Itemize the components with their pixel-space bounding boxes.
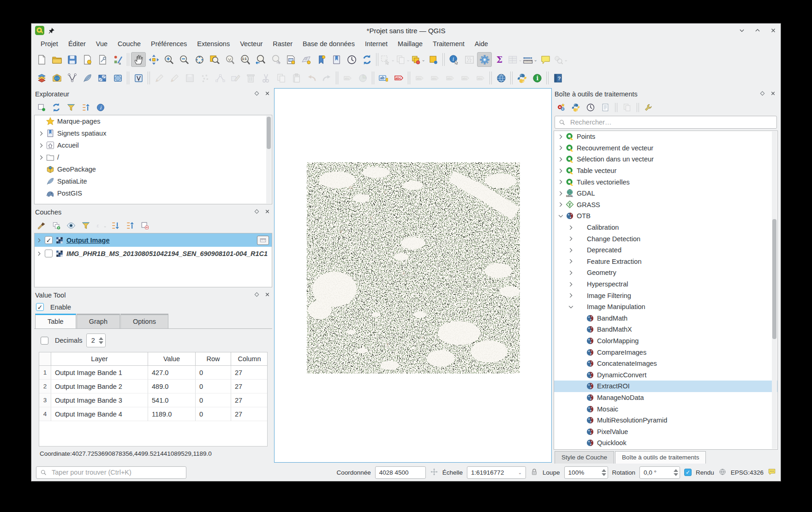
toolbar-button-map-tips[interactable] <box>538 52 553 67</box>
toolbox-item-table-vecteur[interactable]: Table vecteur <box>554 165 777 177</box>
maximize-button[interactable] <box>754 27 761 34</box>
toolbox-item-extractroi[interactable]: ExtractROI <box>554 381 777 392</box>
explorer-item-signets-spatiaux[interactable]: Signets spatiaux <box>35 127 272 139</box>
toolbar-button-add-raster-layer[interactable] <box>95 71 110 85</box>
toolbox-item-otb[interactable]: OTB <box>554 210 777 222</box>
toolbox-tool-models[interactable] <box>555 101 567 114</box>
toolbar-button-current-edits[interactable] <box>152 71 167 85</box>
table-row[interactable]: 2 Output Image Bande 2 489.0 0 27 <box>39 380 267 393</box>
toolbar-button-zoom-out[interactable] <box>177 52 191 67</box>
close-button[interactable] <box>770 27 777 34</box>
layers-tool-filter-by-expression[interactable]: ⌄ <box>94 219 107 232</box>
messages-icon[interactable] <box>768 468 776 477</box>
menu-aide[interactable]: Aide <box>470 39 493 49</box>
toolbox-search[interactable] <box>555 116 777 129</box>
toolbar-button-layer-diagram-options[interactable] <box>355 71 370 85</box>
toolbar-button-highlight-pinned-labels[interactable] <box>427 71 442 85</box>
menu-couche[interactable]: Couche <box>113 39 145 49</box>
toolbox-tool-options[interactable] <box>642 101 655 114</box>
minimize-button[interactable] <box>738 27 746 34</box>
extents-icon[interactable] <box>430 468 438 477</box>
toolbar-button-zoom-full[interactable] <box>192 52 207 67</box>
toolbar-button-metasearch[interactable] <box>494 71 508 85</box>
layers-tool-collapse-all[interactable] <box>124 219 137 232</box>
toolbar-button-zoom-last[interactable] <box>253 52 268 67</box>
toolbar-button-undo[interactable] <box>304 71 319 85</box>
toolbar-button-show-statistics[interactable] <box>492 52 507 67</box>
render-checkbox[interactable]: ✓ <box>684 469 692 476</box>
toolbar-button-labeling[interactable] <box>376 71 391 85</box>
toolbox-item-bandmath[interactable]: BandMath <box>554 313 777 324</box>
dock-tab-boite-a-outils[interactable]: Boîte à outils de traitements <box>615 451 706 464</box>
toolbar-button-cut-features[interactable] <box>258 71 273 85</box>
toolbar-button-label-toolbar[interactable] <box>391 71 406 85</box>
float-panel-button[interactable] <box>254 208 260 216</box>
toolbar-button-refresh-map[interactable] <box>359 52 374 67</box>
col-header-row[interactable]: Row <box>196 352 231 365</box>
layers-tool-open-layer-styling[interactable] <box>35 219 48 232</box>
toolbox-item-colormapping[interactable]: ColorMapping <box>554 335 777 347</box>
toolbox-item-multiresolutionpyramid[interactable]: MultiResolutionPyramid <box>554 415 777 426</box>
scale-combobox[interactable]: 1:61916772⌄ <box>467 466 526 479</box>
toolbar-button-zoom-to-layer[interactable] <box>207 52 222 67</box>
col-header-layer[interactable]: Layer <box>51 352 148 365</box>
toolbar-button-style-manager[interactable] <box>110 52 125 67</box>
toolbar-button-temporal-controller[interactable] <box>344 52 359 67</box>
toolbar-button-data-source-manager[interactable] <box>34 71 49 85</box>
toolbox-item-image-manipulation[interactable]: Image Manipulation <box>554 301 777 313</box>
float-panel-button[interactable] <box>759 90 765 98</box>
dock-tab-style-de-couche[interactable]: Style de Couche <box>555 451 614 464</box>
toolbar-button-select-features[interactable]: ⌄ <box>380 52 395 67</box>
toolbox-scrollbar[interactable] <box>772 131 777 449</box>
layers-tool-expand-all[interactable] <box>109 219 122 232</box>
table-row[interactable]: 1 Output Image Bande 1 427.0 0 27 <box>39 366 267 380</box>
menu-maillage[interactable]: Maillage <box>393 39 427 49</box>
explorer-tool-add-layer[interactable] <box>35 101 48 114</box>
explorer-tool-properties[interactable] <box>94 101 107 114</box>
lock-scale-icon[interactable] <box>530 468 538 477</box>
toolbar-button-help[interactable] <box>550 71 565 85</box>
layers-tool-manage-visibility[interactable] <box>65 219 78 232</box>
locator-search[interactable] <box>36 466 186 479</box>
toolbar-button-redo[interactable] <box>319 71 334 85</box>
enable-checkbox[interactable]: ✓ <box>36 303 44 311</box>
layer-visibility-checkbox[interactable] <box>45 250 53 257</box>
toolbox-item-gdal[interactable]: GDAL <box>554 188 777 199</box>
layer-indicator-icon[interactable] <box>257 236 269 245</box>
close-panel-button[interactable] <box>264 208 270 216</box>
explorer-tool-refresh[interactable] <box>50 101 63 114</box>
toolbox-item-quicklook[interactable]: Quicklook <box>554 437 777 449</box>
close-panel-button[interactable] <box>264 90 270 98</box>
menu-internet[interactable]: Internet <box>360 39 392 49</box>
explorer-item-marque-pages[interactable]: Marque-pages <box>35 115 272 127</box>
toolbar-button-deselect-features[interactable]: ⌄ <box>395 52 410 67</box>
toolbox-item-managenodata[interactable]: ManageNoData <box>554 392 777 404</box>
toolbar-button-save-edits[interactable] <box>182 71 197 85</box>
toolbar-button-python-console[interactable] <box>514 71 529 85</box>
toolbar-button-pin-labels[interactable] <box>412 71 427 85</box>
tab-table[interactable]: Table <box>35 314 76 328</box>
layers-tool-filter-legend[interactable] <box>79 219 92 232</box>
table-row[interactable]: 4 Output Image Bande 4 1189.0 0 27 <box>39 407 267 421</box>
toolbar-button-layout-manager[interactable] <box>95 52 110 67</box>
toolbox-item-pixelvalue[interactable]: PixelValue <box>554 426 777 437</box>
float-panel-button[interactable] <box>254 90 260 98</box>
toolbox-item-compareimages[interactable]: CompareImages <box>554 346 777 358</box>
toolbar-button-select-by-value[interactable] <box>426 52 441 67</box>
coordinate-field[interactable]: 4028 4500 <box>375 466 426 479</box>
toolbar-button-open-project[interactable] <box>49 52 64 67</box>
close-panel-button[interactable] <box>264 292 270 299</box>
toolbox-item-concatenateimages[interactable]: ConcatenateImages <box>554 358 777 369</box>
title-bar[interactable]: *Projet sans titre — QGIS <box>31 24 781 37</box>
toolbox-item-bandmathx[interactable]: BandMathX <box>554 324 777 335</box>
menu-vue[interactable]: Vue <box>91 39 112 49</box>
toolbar-button-new-map-view[interactable] <box>283 52 298 67</box>
toolbar-button-move-label[interactable] <box>442 71 457 85</box>
toolbar-button-add-postgis-layer[interactable] <box>65 71 79 85</box>
toolbar-button-change-label[interactable] <box>473 71 488 85</box>
menu-vecteur[interactable]: Vecteur <box>235 39 267 49</box>
toolbar-button-add-virtual-layer[interactable] <box>131 71 146 85</box>
tab-options[interactable]: Options <box>120 314 168 328</box>
toolbox-item-deprecated[interactable]: Deprecated <box>554 244 777 256</box>
locator-input[interactable] <box>51 468 182 476</box>
